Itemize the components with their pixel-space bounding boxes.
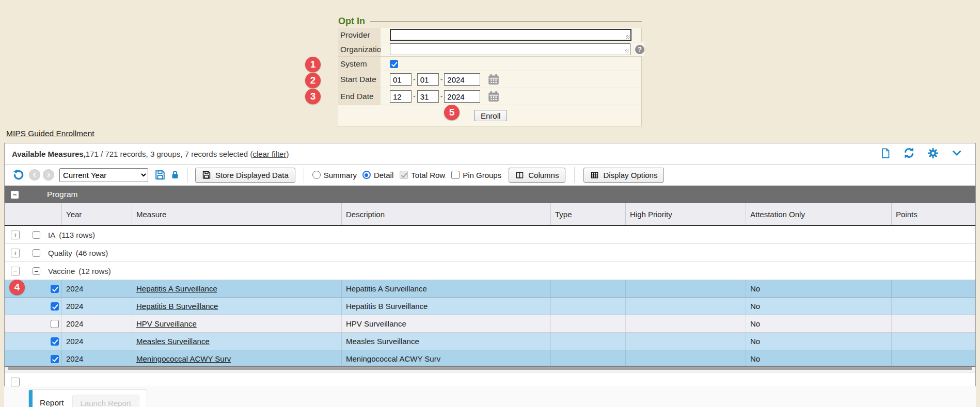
available-measures-panel: Available Measures, 171 / 721 records, 3… [4, 143, 976, 392]
description-cell: Hepatitis A Surveillance [341, 280, 550, 297]
history-forward-button[interactable] [43, 169, 54, 181]
help-icon[interactable]: ? [635, 45, 644, 54]
type-cell [550, 298, 625, 315]
points-cell [891, 333, 975, 350]
provider-input[interactable] [390, 29, 631, 41]
save-view-icon[interactable] [154, 169, 166, 181]
end-month-input[interactable] [390, 90, 412, 103]
start-date-label: Start Date [338, 71, 381, 88]
opt-in-panel: Opt In Provider Organization ? System St… [338, 14, 642, 126]
start-day-input[interactable] [417, 73, 439, 86]
end-year-input[interactable] [444, 90, 480, 103]
organization-input[interactable] [390, 43, 630, 55]
refresh-icon[interactable] [903, 146, 915, 161]
type-cell [550, 315, 625, 332]
columns-icon [515, 171, 524, 180]
calendar-icon[interactable] [486, 73, 501, 86]
column-header-type[interactable]: Type [550, 203, 625, 225]
grid-toolbar: Current Year Store Displayed Data Summar… [5, 165, 975, 186]
column-header-description[interactable]: Description [341, 203, 550, 225]
collapse-section-icon[interactable]: − [11, 378, 20, 386]
table-row: 2024 Hepatitis A Surveillance Hepatitis … [5, 280, 975, 298]
step-badge-1: 1 [305, 57, 321, 72]
system-row: System [338, 56, 641, 71]
column-header-high-priority[interactable]: High Priority [625, 203, 746, 225]
expand-group-icon[interactable]: + [11, 231, 20, 239]
start-month-input[interactable] [390, 73, 412, 86]
high-priority-cell [625, 350, 746, 366]
columns-label: Columns [528, 171, 559, 180]
new-file-icon[interactable] [880, 147, 891, 161]
measure-link[interactable]: HPV Surveillance [136, 319, 197, 328]
row-checkbox[interactable] [51, 285, 59, 293]
date-separator: - [413, 92, 416, 101]
type-cell [550, 280, 625, 297]
description-cell: Measles Surveillance [341, 333, 550, 350]
measure-link[interactable]: Meningococcal ACWY Surv [136, 354, 231, 363]
program-group-bar: − Program [5, 186, 975, 203]
end-day-input[interactable] [417, 90, 439, 103]
group-checkbox[interactable] [33, 267, 40, 275]
group-checkbox[interactable] [33, 231, 40, 239]
group-row-vaccine: − Vaccine (12 rows) [5, 262, 975, 280]
row-checkbox[interactable] [51, 302, 59, 311]
type-cell [550, 333, 625, 350]
group-row-count: (46 rows) [76, 249, 108, 257]
pin-groups-label: Pin Groups [463, 171, 501, 180]
resize-grip-icon [625, 50, 629, 54]
pin-groups-checkbox[interactable] [451, 171, 460, 179]
expand-group-icon[interactable]: + [11, 249, 20, 257]
attestation-only-cell: No [746, 280, 891, 297]
column-header-attestation-only[interactable]: Attestation Only [746, 203, 891, 225]
high-priority-cell [625, 333, 746, 350]
total-row-checkbox[interactable] [400, 171, 408, 179]
attestation-only-cell: No [746, 315, 891, 332]
step-badge-4: 4 [9, 280, 25, 295]
year-range-select[interactable]: Current Year [59, 168, 148, 182]
group-checkbox[interactable] [33, 249, 40, 257]
store-displayed-data-button[interactable]: Store Displayed Data [195, 168, 295, 183]
columns-button[interactable]: Columns [509, 168, 565, 183]
data-rows: 2024 Hepatitis A Surveillance Hepatitis … [5, 280, 975, 366]
undo-icon[interactable] [12, 169, 25, 182]
column-header-measure[interactable]: Measure [132, 203, 341, 225]
system-checkbox[interactable] [390, 60, 398, 68]
summary-radio[interactable] [312, 171, 321, 179]
collapse-group-icon[interactable]: − [11, 267, 20, 275]
panel-title: Available Measures, [12, 150, 86, 158]
collapse-group-icon[interactable]: − [11, 191, 19, 199]
clear-filter-link[interactable]: clear filter [252, 150, 286, 158]
row-checkbox[interactable] [51, 337, 59, 346]
toolbar-divider [187, 167, 188, 183]
history-back-button[interactable] [29, 169, 40, 181]
settings-gear-icon[interactable] [927, 147, 939, 161]
enroll-button[interactable]: Enroll [474, 110, 507, 121]
panel-header-icons [880, 146, 963, 161]
detail-radio[interactable] [362, 171, 371, 179]
report-card: Report Launch Report [28, 389, 147, 407]
horizontal-scrollbar[interactable] [5, 366, 975, 372]
measure-link[interactable]: Measles Surveillance [136, 337, 210, 346]
scrollbar-thumb[interactable] [8, 367, 972, 370]
launch-report-button[interactable]: Launch Report [72, 395, 139, 407]
row-checkbox[interactable] [51, 355, 59, 363]
column-header-points[interactable]: Points [891, 203, 975, 225]
mips-guided-enrollment-link[interactable]: MIPS Guided Enrollment [6, 129, 94, 138]
start-year-input[interactable] [444, 73, 480, 86]
attestation-only-cell: No [746, 298, 891, 315]
enroll-row: Enroll [338, 105, 641, 126]
display-options-button[interactable]: Display Options [583, 168, 664, 183]
measure-link[interactable]: Hepatitis B Surveillance [136, 302, 218, 311]
description-cell: Meningococcal ACWY Surv [341, 350, 550, 366]
lock-icon[interactable] [170, 169, 180, 181]
year-cell: 2024 [61, 315, 132, 332]
collapse-panel-chevron-icon[interactable] [951, 148, 963, 160]
opt-in-legend: Opt In [338, 16, 365, 27]
column-header-year[interactable]: Year [61, 203, 132, 225]
group-row-count: (113 rows) [59, 231, 95, 239]
footer-bar: Report Launch Report [4, 386, 976, 407]
row-checkbox[interactable] [51, 320, 59, 328]
measure-link[interactable]: Hepatitis A Surveillance [136, 284, 217, 293]
calendar-icon[interactable] [486, 90, 501, 103]
organization-row: Organization ? [338, 42, 641, 56]
